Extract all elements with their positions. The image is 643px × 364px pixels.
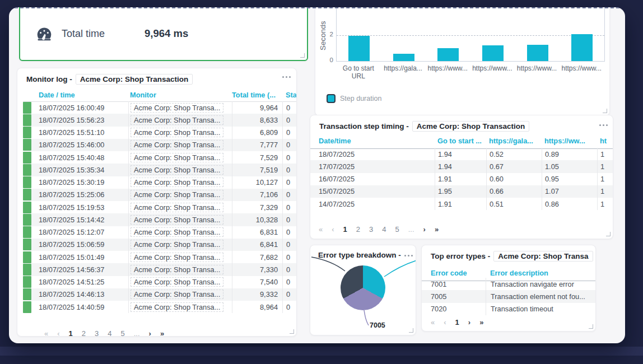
table-row[interactable]: 18/07/2025 15:19:53 Acme Corp: Shop Tran… [23, 201, 297, 213]
table-row[interactable]: 18/07/2025 15:35:34 Acme Corp: Shop Tran… [23, 164, 297, 176]
step-duration-chart-card: Seconds 2 0 Go to start URL https://gala… [315, 7, 610, 116]
monitor-chip[interactable]: Acme Corp: Shop Transa... [131, 178, 223, 187]
monitor-chip[interactable]: Acme Corp: Shop Transa... [131, 153, 223, 162]
table-row[interactable]: 14/07/2025 1.91 0.51 0.86 1 [310, 198, 613, 210]
bar[interactable] [482, 45, 504, 61]
monitor-selector[interactable]: Acme Corp: Shop Transaction [412, 121, 530, 132]
table-row[interactable]: 18/07/2025 14:56:37 Acme Corp: Shop Tran… [23, 263, 297, 276]
table-row[interactable]: 18/07/2025 15:14:42 Acme Corp: Shop Tran… [23, 213, 297, 226]
bar[interactable] [437, 48, 459, 61]
table-row[interactable]: 18/07/2025 15:51:10 Acme Corp: Shop Tran… [23, 127, 297, 139]
column-header-step4[interactable]: ht [597, 137, 613, 145]
page-button[interactable]: « [319, 225, 323, 234]
monitor-chip[interactable]: Acme Corp: Shop Transa... [131, 128, 223, 137]
bar[interactable] [393, 54, 414, 61]
column-header-total-time[interactable]: Total time (... [232, 91, 282, 99]
table-row[interactable]: 7001 Transaction navigate error [422, 278, 595, 290]
column-header-step3[interactable]: https://ww... [542, 137, 597, 145]
monitor-chip[interactable]: Acme Corp: Shop Transa... [131, 203, 223, 212]
cell-step4: 1 [597, 185, 613, 198]
page-button[interactable]: 5 [395, 225, 399, 234]
bar[interactable] [527, 45, 548, 61]
table-row[interactable]: 18/07/2025 14:46:13 Acme Corp: Shop Tran… [23, 288, 297, 301]
page-button[interactable]: » [160, 329, 164, 337]
page-button[interactable]: 2 [356, 225, 360, 234]
page-button[interactable]: 5 [121, 329, 125, 337]
column-header-monitor[interactable]: Monitor [128, 91, 232, 99]
column-header-error-description[interactable]: Error description [486, 269, 592, 277]
monitor-chip[interactable]: Acme Corp: Shop Transa... [131, 115, 223, 125]
resize-handle[interactable] [409, 328, 413, 333]
page-button[interactable]: ‹ [332, 225, 334, 234]
page-button[interactable]: 1 [69, 329, 73, 337]
column-header-error-code[interactable]: Error code [431, 269, 486, 277]
page-button[interactable]: › [423, 225, 426, 234]
monitor-chip[interactable]: Acme Corp: Shop Transa... [131, 302, 223, 312]
page-button[interactable]: 1 [343, 225, 347, 234]
page-button[interactable]: « [44, 329, 48, 337]
bar[interactable] [348, 36, 370, 61]
page-button[interactable]: 2 [82, 329, 86, 337]
page-button[interactable]: 4 [382, 225, 386, 234]
column-header-step2[interactable]: https://gala... [486, 137, 542, 145]
monitor-chip[interactable]: Acme Corp: Shop Transa... [131, 277, 223, 287]
page-button[interactable]: 3 [369, 225, 373, 234]
resize-handle[interactable] [300, 53, 305, 58]
column-header-step1[interactable]: Go to start ... [435, 137, 486, 145]
page-button[interactable]: ... [408, 225, 414, 234]
page-button[interactable]: » [479, 318, 483, 326]
table-row[interactable]: 18/07/2025 15:56:23 Acme Corp: Shop Tran… [23, 114, 297, 126]
column-header-datetime[interactable]: Date/time [319, 137, 435, 145]
monitor-chip[interactable]: Acme Corp: Shop Transa... [131, 165, 223, 175]
resize-handle[interactable] [290, 329, 294, 334]
resize-handle[interactable] [603, 109, 607, 113]
monitor-selector[interactable]: Acme Corp: Shop Transa [493, 251, 593, 262]
page-button[interactable]: « [431, 318, 435, 326]
table-row[interactable]: 18/07/2025 1.94 0.52 0.89 1 [310, 148, 613, 160]
monitor-chip[interactable]: Acme Corp: Shop Transa... [131, 227, 223, 237]
table-row[interactable]: 18/07/2025 16:00:49 Acme Corp: Shop Tran… [23, 101, 297, 114]
page-button[interactable]: » [435, 225, 439, 234]
monitor-chip[interactable]: Acme Corp: Shop Transa... [131, 240, 223, 249]
monitor-chip[interactable]: Acme Corp: Shop Transa... [131, 215, 223, 225]
monitor-chip[interactable]: Acme Corp: Shop Transa... [131, 253, 223, 262]
monitor-chip[interactable]: Acme Corp: Shop Transa... [131, 103, 223, 113]
table-row[interactable]: 16/07/2025 1.91 0.60 0.95 1 [310, 173, 613, 185]
page-button[interactable]: 4 [108, 329, 111, 337]
monitor-chip[interactable]: Acme Corp: Shop Transa... [131, 140, 223, 150]
page-button[interactable]: › [468, 318, 470, 326]
table-row[interactable]: 18/07/2025 15:01:49 Acme Corp: Shop Tran… [23, 251, 297, 263]
page-button[interactable]: 1 [455, 318, 459, 326]
table-row[interactable]: 18/07/2025 15:25:06 Acme Corp: Shop Tran… [23, 189, 297, 201]
chart-legend[interactable]: Step duration [327, 94, 381, 103]
monitor-chip[interactable]: Acme Corp: Shop Transa... [131, 290, 223, 299]
column-header-status[interactable]: Stat [282, 91, 297, 99]
table-row[interactable]: 18/07/2025 15:12:07 Acme Corp: Shop Tran… [23, 226, 297, 239]
page-button[interactable]: ‹ [57, 329, 59, 337]
bar[interactable] [571, 34, 593, 61]
table-row[interactable]: 18/07/2025 15:46:00 Acme Corp: Shop Tran… [23, 139, 297, 151]
ellipsis-menu-icon[interactable] [282, 76, 291, 78]
column-header-datetime[interactable]: Date / time [39, 91, 128, 99]
table-row[interactable]: 7005 Transaction element not fou... [422, 290, 595, 302]
page-button[interactable]: ‹ [444, 318, 446, 326]
table-row[interactable]: 17/07/2025 1.94 0.67 1.05 1 [310, 160, 613, 172]
table-row[interactable]: 18/07/2025 15:40:48 Acme Corp: Shop Tran… [23, 151, 297, 164]
table-row[interactable]: 15/07/2025 1.95 0.66 1.07 1 [310, 185, 613, 198]
table-row[interactable]: 18/07/2025 14:51:25 Acme Corp: Shop Tran… [23, 276, 297, 288]
table-row[interactable]: 18/07/2025 15:30:19 Acme Corp: Shop Tran… [23, 176, 297, 189]
table-row[interactable]: 18/07/2025 15:06:59 Acme Corp: Shop Tran… [23, 239, 297, 251]
monitor-selector[interactable]: Acme Corp: Shop Transaction [76, 74, 193, 85]
resize-handle[interactable] [606, 232, 611, 236]
monitor-chip[interactable]: Acme Corp: Shop Transa... [131, 190, 223, 199]
resize-handle[interactable] [589, 324, 593, 329]
table-row[interactable]: 18/07/2025 14:40:59 Acme Corp: Shop Tran… [23, 301, 297, 313]
page-button[interactable]: ... [134, 329, 140, 337]
ellipsis-menu-icon[interactable] [599, 124, 608, 126]
monitor-chip[interactable]: Acme Corp: Shop Transa... [131, 265, 223, 274]
page-button[interactable]: 3 [95, 329, 99, 337]
total-time-card[interactable]: Total time 9,964 ms [19, 7, 308, 61]
page-button[interactable]: › [149, 329, 151, 337]
table-row[interactable]: 7020 Transaction timeout [422, 303, 595, 315]
x-axis-label: https://www... [425, 64, 470, 81]
